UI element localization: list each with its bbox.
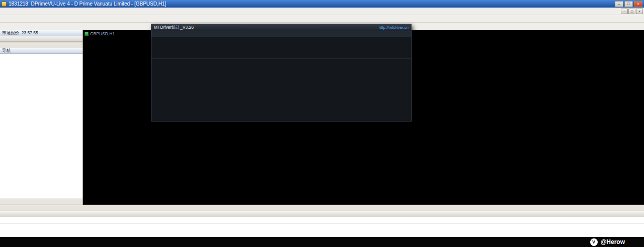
navigator-header: 导航 [0,48,83,54]
stats-equity-chart [151,37,411,59]
terminal-panel [0,211,644,237]
stats-url-link[interactable]: http://mtdriver.cn [379,25,409,30]
mt4-window: 1831218: DPrimeVU-Live 4 - D Prime Vanua… [0,0,644,247]
mdi-restore-button[interactable]: □ [628,9,635,14]
balance-row [0,217,644,224]
market-watch-column-header [0,36,83,42]
menu-bar: – □ × [0,8,644,15]
status-bar: V @Herow [0,237,644,247]
maximize-button[interactable]: □ [624,1,633,7]
stats-tabs [151,31,411,37]
app-icon [2,2,7,7]
mdi-close-button[interactable]: × [636,9,643,14]
navigator-tabs [0,199,83,205]
mdi-minimize-button[interactable]: – [621,9,628,14]
stats-title-bar[interactable]: MTDriver统计_V3.26 http://mtdriver.cn [151,24,411,31]
market-watch-title: 市场报价: 23:57:55 [2,30,38,36]
stats-table [151,59,411,121]
mtdriver-stats-panel[interactable]: MTDriver统计_V3.26 http://mtdriver.cn [151,24,412,121]
navigator-tree [0,54,83,199]
navigator-title: 导航 [2,48,11,54]
market-watch-tabs [0,42,83,48]
window-title: 1831218: DPrimeVU-Live 4 - D Prime Vanua… [9,1,166,7]
market-watch-header: 市场报价: 23:57:55 [0,30,83,36]
chart-symbol-icon [85,32,89,36]
title-bar: 1831218: DPrimeVU-Live 4 - D Prime Vanua… [0,0,644,8]
stats-title: MTDriver统计_V3.26 [154,25,194,31]
watermark-handle: @Herow [601,238,625,245]
terminal-column-header [0,211,644,217]
chart-window-tabs [0,205,644,211]
close-button[interactable]: × [634,1,642,7]
herow-hand-icon: V [590,238,598,246]
main-toolbar [0,15,644,23]
window-controls: – □ × [615,1,642,7]
minimize-button[interactable]: – [615,1,623,7]
chart-symbol-label: GBPUSD,H1 [90,31,115,36]
left-panels: 市场报价: 23:57:55 导航 [0,30,83,205]
mdi-window-controls: – □ × [621,9,644,14]
chart-symbol-chip: GBPUSD,H1 [85,31,115,36]
